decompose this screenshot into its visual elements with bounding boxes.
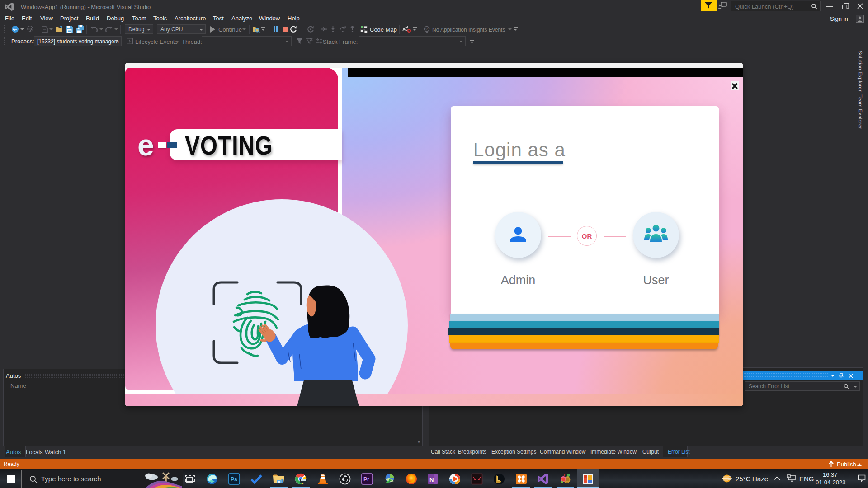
svg-text:?: ? xyxy=(425,27,428,31)
svg-text:N: N xyxy=(429,476,434,483)
svg-text:Ps: Ps xyxy=(231,476,237,483)
svg-text:Pr: Pr xyxy=(363,476,369,483)
